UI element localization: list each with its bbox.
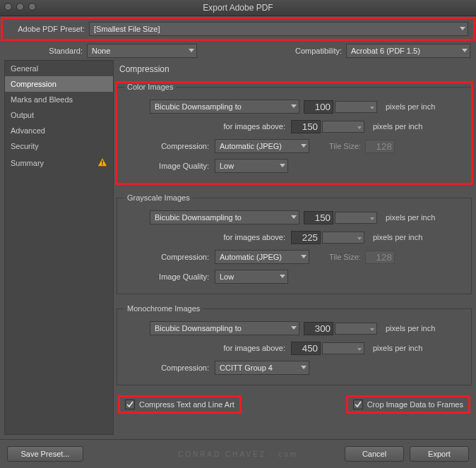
chevron-down-icon: [280, 275, 285, 278]
sidebar-item-marks[interactable]: Marks and Bleeds: [5, 92, 113, 107]
warning-icon: [97, 157, 107, 169]
main-panel: Compression Color Images Bicubic Downsam…: [117, 60, 472, 435]
color-images-group: Color Images Bicubic Downsampling to pix…: [117, 83, 472, 184]
select-value: Low: [220, 162, 234, 170]
select-value: Automatic (JPEG): [220, 142, 282, 150]
svg-rect-1: [102, 164, 102, 165]
gray-legend: Grayscale Images: [124, 193, 193, 202]
mono-legend: Monochrome Images: [124, 304, 203, 313]
gray-ppi-input[interactable]: [304, 211, 333, 224]
gray-above-label: for images above:: [124, 233, 291, 241]
sidebar-item-security[interactable]: Security: [5, 138, 113, 154]
standard-value: None: [92, 47, 110, 55]
preset-label: Adobe PDF Preset:: [8, 25, 89, 33]
select-value: Low: [220, 272, 234, 281]
chevron-down-icon: [460, 27, 465, 30]
chevron-down-icon: [189, 49, 194, 52]
save-preset-button[interactable]: Save Preset...: [7, 446, 83, 462]
color-ppi-input[interactable]: [304, 100, 333, 114]
sidebar-item-compression[interactable]: Compression: [5, 76, 113, 92]
color-above-input[interactable]: [291, 120, 321, 133]
svg-rect-0: [102, 160, 102, 163]
mono-above-stepper[interactable]: [322, 342, 364, 354]
ppi-unit: pixels per inch: [373, 233, 422, 241]
mono-above-label: for images above:: [124, 344, 291, 352]
select-value: Bicubic Downsampling to: [155, 213, 242, 222]
mono-comp-select[interactable]: CCITT Group 4: [215, 361, 309, 375]
zoom-window-icon[interactable]: [28, 3, 36, 11]
compat-label: Compatibility:: [295, 47, 342, 55]
ppi-unit: pixels per inch: [373, 122, 422, 131]
minimize-window-icon[interactable]: [16, 3, 24, 11]
window-title: Export Adobe PDF: [203, 3, 273, 13]
sidebar-item-summary[interactable]: Summary: [5, 154, 113, 172]
compat-select[interactable]: Acrobat 6 (PDF 1.5): [346, 44, 470, 58]
color-qual-select[interactable]: Low: [215, 159, 288, 173]
panel-heading: Compression: [117, 60, 472, 80]
color-method-select[interactable]: Bicubic Downsampling to: [150, 100, 299, 114]
standard-select[interactable]: None: [87, 44, 197, 58]
checkmark-icon: [125, 400, 135, 409]
mono-method-select[interactable]: Bicubic Downsampling to: [150, 321, 299, 335]
color-comp-select[interactable]: Automatic (JPEG): [215, 139, 309, 153]
gray-qual-select[interactable]: Low: [215, 270, 288, 284]
gray-tile-input: [365, 251, 395, 264]
gray-above-stepper[interactable]: [322, 232, 364, 244]
color-comp-label: Compression:: [124, 142, 215, 150]
select-value: Bicubic Downsampling to: [155, 324, 242, 332]
select-value: Bicubic Downsampling to: [155, 102, 242, 111]
color-above-stepper[interactable]: [322, 121, 364, 133]
select-value: Automatic (JPEG): [220, 253, 282, 261]
export-button[interactable]: Export: [410, 446, 469, 462]
gray-qual-label: Image Quality:: [124, 272, 215, 281]
ppi-unit: pixels per inch: [386, 213, 435, 222]
compress-text-checkbox[interactable]: Compress Text and Line Art: [119, 397, 240, 412]
sidebar-item-label: Summary: [11, 159, 44, 167]
chevron-down-icon: [462, 49, 468, 52]
mono-ppi-input[interactable]: [304, 322, 333, 335]
sidebar-item-output[interactable]: Output: [5, 107, 113, 123]
cancel-button[interactable]: Cancel: [345, 446, 404, 462]
color-ppi-stepper[interactable]: [335, 101, 377, 113]
ppi-unit: pixels per inch: [386, 102, 435, 111]
grayscale-images-group: Grayscale Images Bicubic Downsampling to…: [117, 193, 472, 294]
color-legend: Color Images: [124, 83, 176, 91]
ppi-unit: pixels per inch: [386, 324, 435, 332]
chevron-down-icon: [291, 104, 297, 108]
checkmark-icon: [353, 400, 363, 409]
select-value: CCITT Group 4: [220, 364, 273, 372]
close-window-icon[interactable]: [4, 3, 12, 11]
checkbox-row: Compress Text and Line Art Crop Image Da…: [117, 392, 472, 412]
window-controls: [4, 3, 36, 11]
chevron-down-icon: [301, 144, 307, 148]
chevron-down-icon: [301, 255, 307, 258]
gray-method-select[interactable]: Bicubic Downsampling to: [150, 210, 299, 224]
compat-value: Acrobat 6 (PDF 1.5): [351, 47, 420, 55]
watermark-text: CONRAD CHAVEZ · com: [178, 450, 298, 458]
gray-above-input[interactable]: [291, 231, 321, 244]
chevron-down-icon: [280, 164, 285, 167]
mono-ppi-stepper[interactable]: [335, 323, 377, 335]
preset-select[interactable]: [Smallest File Size]: [89, 22, 468, 36]
mono-above-input[interactable]: [291, 342, 321, 355]
ppi-unit: pixels per inch: [373, 344, 422, 352]
chevron-down-icon: [301, 366, 307, 369]
preset-row: Adobe PDF Preset: [Smallest File Size]: [2, 18, 474, 40]
sidebar-item-general[interactable]: General: [5, 61, 113, 76]
gray-comp-select[interactable]: Automatic (JPEG): [215, 250, 309, 264]
export-pdf-dialog: Export Adobe PDF Adobe PDF Preset: [Smal…: [0, 0, 476, 468]
titlebar: Export Adobe PDF: [0, 0, 476, 16]
category-sidebar: General Compression Marks and Bleeds Out…: [4, 60, 114, 435]
gray-ppi-stepper[interactable]: [335, 212, 377, 224]
sidebar-item-advanced[interactable]: Advanced: [5, 123, 113, 138]
crop-image-checkbox[interactable]: Crop Image Data to Frames: [347, 397, 469, 412]
checkbox-label: Compress Text and Line Art: [139, 400, 234, 409]
standard-label: Standard:: [6, 47, 83, 55]
gray-tile-label: Tile Size:: [329, 253, 361, 261]
preset-value: [Smallest File Size]: [94, 25, 160, 33]
chevron-down-icon: [291, 326, 297, 330]
checkbox-label: Crop Image Data to Frames: [367, 400, 463, 409]
color-qual-label: Image Quality:: [124, 162, 215, 170]
monochrome-images-group: Monochrome Images Bicubic Downsampling t…: [117, 304, 472, 385]
color-tile-label: Tile Size:: [329, 142, 361, 150]
